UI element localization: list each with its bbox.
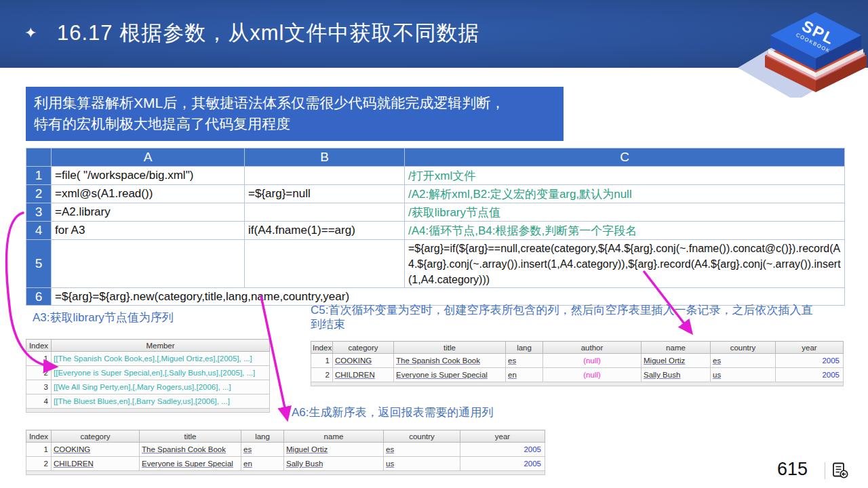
table-header-row: Index Member [26,340,270,352]
cell: The Spanish Cook Book [140,443,241,457]
col-header: lang [506,342,543,354]
cell: 2005 [460,457,545,471]
cell: 1 [311,354,333,368]
cell-A3: =A2.library [52,203,245,222]
cell: 1 [26,443,52,457]
cell: COOKING [52,443,140,457]
cell: Everyone is Super Special [140,457,241,471]
row-number: 6 [26,288,52,306]
cell-index: 3 [26,380,52,394]
cell: (null) [543,368,642,382]
grid-row-2: 2 =xml@s(A1.read()) =${arg}=null /A2:解析x… [26,185,845,203]
table-header-row: Index category title lang author name co… [311,342,844,354]
cell: en [241,457,284,471]
col-header: category [52,430,140,443]
a6-result-table: Index category title lang name country y… [26,430,545,475]
table-header-row: Index category title lang name country y… [26,430,545,443]
grid-col-A: A [52,148,245,167]
col-header: Index [311,342,333,354]
cell-A2: =xml@s(A1.read()) [52,185,245,203]
col-header: year [460,430,545,443]
col-header: country [711,342,776,354]
cell: 2005 [776,368,844,382]
col-header: lang [241,430,284,443]
partial-row [26,471,545,475]
cell: CHILDREN [333,368,394,382]
cell-member: [[The Bluest Blues,en],[,Barry Sadley,us… [52,394,270,409]
footer-divider [825,462,825,479]
grid-row-1: 1 =file( "/workspace/big.xml") /打开xml文件 [26,167,845,185]
table-row: 2 [[Everyone is Super Special,en],[,Sall… [26,366,270,380]
col-header: country [384,430,460,443]
cell: Sally Bush [284,457,384,471]
col-header: name [284,430,384,443]
row-number: 5 [26,240,52,288]
cell-A4: for A3 [52,222,245,240]
table-row: 3 [[We All Sing Perty,en],[,Mary Rogers,… [26,380,270,394]
cell: es [241,443,284,457]
spl-cookbook-logo: SPL COOKBOOK [736,1,867,98]
cell-index: 2 [26,366,52,380]
col-header: name [642,342,711,354]
row-number: 3 [26,203,52,222]
grid-col-B: B [245,148,405,167]
cell: 2 [311,368,333,382]
slide-canvas: ✦ 16.17 根据参数，从xml文件中获取不同数据 SPL COOKBOOK … [0,0,868,488]
cell-A1: =file( "/workspace/big.xml") [52,167,245,185]
row-number: 4 [26,222,52,240]
cell-member: [[The Spanish Cook Book,es],[,Miguel Ort… [52,352,270,366]
cell: 2005 [776,354,844,368]
grid-row-3: 3 =A2.library /获取library节点值 [26,203,845,222]
title-bullet-icon: ✦ [24,24,37,42]
cell-C4: /A4:循环节点,B4:根据参数,判断第一个字段名 [405,222,845,240]
cell-C3: /获取library节点值 [405,203,845,222]
spl-code-grid: A B C 1 =file( "/workspace/big.xml") /打开… [26,148,845,306]
col-header: year [776,342,844,354]
grid-header-row: A B C [26,148,845,167]
table-row: 2 CHILDREN Everyone is Super Special en … [311,368,844,382]
col-header: title [394,342,506,354]
grid-corner-cell [26,148,52,167]
cell: es [506,354,543,368]
document-return-icon [831,462,849,479]
cell-B1 [245,167,405,185]
cell-member: [[Everyone is Super Special,en],[,Sally … [52,366,270,380]
table-row: 1 COOKING The Spanish Cook Book es (null… [311,354,844,368]
cell: COOKING [333,354,394,368]
table-row: 1 [[The Spanish Cook Book,es],[,Miguel O… [26,352,270,366]
partial-row [26,409,270,413]
cell-B4: if(A4.fname(1)==arg) [245,222,405,240]
cell-A5 [52,240,245,288]
table-row: 1 COOKING The Spanish Cook Book es Migue… [26,443,545,457]
cell: The Spanish Cook Book [394,354,506,368]
cell-index: 1 [26,352,52,366]
cell-member: [[We All Sing Perty,en],[,Mary Rogers,us… [52,380,270,394]
cell: (null) [543,354,642,368]
cell-C2: /A2:解析xml,B2:定义宏的变量arg,默认为null [405,185,845,203]
annotation-a6: A6:生成新序表，返回报表需要的通用列 [292,405,494,420]
col-header: Index [26,340,52,352]
row-number: 1 [26,167,52,185]
intro-line-2: 特有的宏机制极大地提高了代码复用程度 [34,113,555,134]
page-title: 16.17 根据参数，从xml文件中获取不同数据 [57,19,479,47]
cell-index: 4 [26,394,52,409]
cell: en [506,368,543,382]
cell-C1: /打开xml文件 [405,167,845,185]
cell: es [384,443,460,457]
grid-col-C: C [405,148,845,167]
grid-row-4: 4 for A3 if(A4.fname(1)==arg) /A4:循环节点,B… [26,222,845,240]
col-header: Member [52,340,270,352]
cell-C5: =${arg}=if(${arg}==null,create(category,… [405,240,845,288]
intro-line-1: 利用集算器解析XML后，其敏捷语法体系仅需很少代码就能完成逻辑判断， [34,92,555,113]
cell: us [711,368,776,382]
cell-B2: =${arg}=null [245,185,405,203]
member-result-table: Index Member 1 [[The Spanish Cook Book,e… [26,339,270,413]
partial-row [311,382,844,386]
cell: Miguel Ortiz [284,443,384,457]
annotation-c5: C5:首次循环变量为空时，创建空序表所包含的列，然后向空序表里插入一条记录，之后… [311,303,823,331]
col-header: Index [26,430,52,443]
cell: Miguel Ortiz [642,354,711,368]
page-number: 615 [777,459,808,480]
cell: us [384,457,460,471]
cell: es [711,354,776,368]
